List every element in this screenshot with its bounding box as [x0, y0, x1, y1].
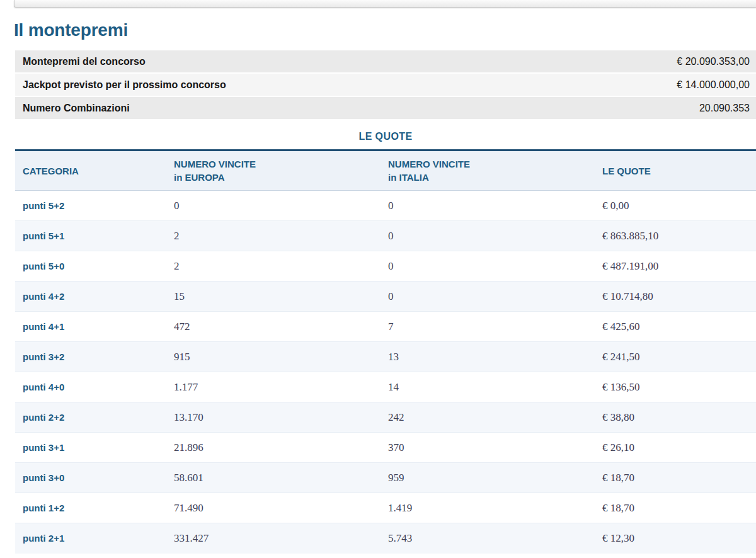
- italia-wins-cell: 5.743: [381, 523, 595, 554]
- category-cell: punti 3+2: [15, 342, 166, 372]
- quotes-table-header: CATEGORIA NUMERO VINCITE in EUROPA NUMER…: [15, 151, 756, 191]
- table-row: punti 4+2 15 0 € 10.714,80: [15, 282, 756, 312]
- quota-cell: € 425,60: [595, 312, 756, 342]
- italia-wins-cell: 7: [381, 312, 595, 342]
- table-row: punti 3+2 915 13 € 241,50: [15, 342, 756, 372]
- italia-wins-cell: 242: [381, 402, 595, 433]
- prize-summary: Montepremi del concorso € 20.090.353,00 …: [15, 50, 756, 120]
- table-row: punti 2+2 13.170 242 € 38,80: [15, 402, 756, 433]
- column-header-line1: CATEGORIA: [23, 164, 166, 178]
- italia-wins-cell: 0: [381, 282, 595, 312]
- section-title: Il montepremi: [14, 20, 756, 41]
- quotes-section-title: LE QUOTE: [15, 131, 756, 142]
- quota-cell: € 863.885,10: [595, 221, 756, 251]
- europa-wins-cell: 58.601: [166, 463, 381, 493]
- italia-wins-cell: 959: [381, 463, 595, 493]
- column-header: NUMERO VINCITE in EUROPA: [166, 151, 381, 191]
- category-cell: punti 2+2: [15, 402, 166, 433]
- europa-wins-cell: 915: [166, 342, 381, 372]
- quota-cell: € 136,50: [595, 372, 756, 402]
- italia-wins-cell: 1.419: [381, 493, 595, 523]
- column-header-line1: LE QUOTE: [602, 164, 756, 178]
- quota-cell: € 12,30: [595, 523, 756, 554]
- table-row: punti 5+0 2 0 € 487.191,00: [15, 251, 756, 282]
- category-cell: punti 3+0: [15, 463, 166, 493]
- quotes-table: CATEGORIA NUMERO VINCITE in EUROPA NUMER…: [15, 149, 756, 554]
- clipped-element-top: [14, 0, 756, 8]
- summary-label: Jackpot previsto per il prossimo concors…: [23, 79, 226, 91]
- europa-wins-cell: 2: [166, 221, 381, 251]
- italia-wins-cell: 0: [381, 251, 595, 282]
- quota-cell: € 38,80: [595, 402, 756, 433]
- europa-wins-cell: 21.896: [166, 433, 381, 463]
- quota-cell: € 487.191,00: [595, 251, 756, 282]
- table-row: punti 5+2 0 0 € 0,00: [15, 191, 756, 221]
- category-cell: punti 3+1: [15, 433, 166, 463]
- column-header-line2: in EUROPA: [174, 171, 381, 184]
- summary-row: Jackpot previsto per il prossimo concors…: [15, 74, 756, 97]
- table-row: punti 5+1 2 0 € 863.885,10: [15, 221, 756, 251]
- column-header: LE QUOTE: [595, 151, 756, 191]
- europa-wins-cell: 331.427: [166, 523, 381, 554]
- quota-cell: € 241,50: [595, 342, 756, 372]
- europa-wins-cell: 0: [166, 191, 381, 221]
- table-row: punti 3+0 58.601 959 € 18,70: [15, 463, 756, 493]
- europa-wins-cell: 15: [166, 282, 381, 312]
- italia-wins-cell: 14: [381, 372, 595, 402]
- quota-cell: € 0,00: [595, 191, 756, 221]
- italia-wins-cell: 0: [381, 191, 595, 221]
- summary-label: Montepremi del concorso: [23, 56, 146, 67]
- category-cell: punti 1+2: [15, 493, 166, 523]
- summary-value: € 20.090.353,00: [677, 56, 750, 67]
- category-cell: punti 5+2: [15, 191, 166, 221]
- column-header-line1: NUMERO VINCITE: [388, 157, 595, 171]
- italia-wins-cell: 0: [381, 221, 595, 251]
- italia-wins-cell: 370: [381, 433, 595, 463]
- category-cell: punti 5+0: [15, 251, 166, 282]
- quota-cell: € 18,70: [595, 463, 756, 493]
- category-cell: punti 2+1: [15, 523, 166, 554]
- column-header: NUMERO VINCITE in ITALIA: [381, 151, 595, 191]
- column-header: CATEGORIA: [15, 151, 166, 191]
- category-cell: punti 4+0: [15, 372, 166, 402]
- italia-wins-cell: 13: [381, 342, 595, 372]
- summary-row: Montepremi del concorso € 20.090.353,00: [15, 50, 756, 74]
- table-row: punti 1+2 71.490 1.419 € 18,70: [15, 493, 756, 523]
- table-row: punti 4+1 472 7 € 425,60: [15, 312, 756, 342]
- summary-row: Numero Combinazioni 20.090.353: [15, 97, 756, 120]
- quota-cell: € 10.714,80: [595, 282, 756, 312]
- column-header-line2: in ITALIA: [388, 171, 595, 184]
- quota-cell: € 26,10: [595, 433, 756, 463]
- summary-value: 20.090.353: [699, 103, 750, 114]
- table-row: punti 4+0 1.177 14 € 136,50: [15, 372, 756, 402]
- quotes-table-body: punti 5+2 0 0 € 0,00 punti 5+1 2 0 € 863…: [15, 191, 756, 554]
- quota-cell: € 18,70: [595, 493, 756, 523]
- europa-wins-cell: 2: [166, 251, 381, 282]
- category-cell: punti 4+1: [15, 312, 166, 342]
- europa-wins-cell: 13.170: [166, 402, 381, 433]
- column-header-line1: NUMERO VINCITE: [174, 157, 381, 171]
- table-row: punti 2+1 331.427 5.743 € 12,30: [15, 523, 756, 554]
- category-cell: punti 5+1: [15, 221, 166, 251]
- category-cell: punti 4+2: [15, 282, 166, 312]
- europa-wins-cell: 71.490: [166, 493, 381, 523]
- montepremi-section: Il montepremi Montepremi del concorso € …: [15, 20, 756, 554]
- europa-wins-cell: 1.177: [166, 372, 381, 402]
- summary-label: Numero Combinazioni: [23, 103, 130, 114]
- table-row: punti 3+1 21.896 370 € 26,10: [15, 433, 756, 463]
- summary-value: € 14.000.000,00: [677, 79, 750, 91]
- europa-wins-cell: 472: [166, 312, 381, 342]
